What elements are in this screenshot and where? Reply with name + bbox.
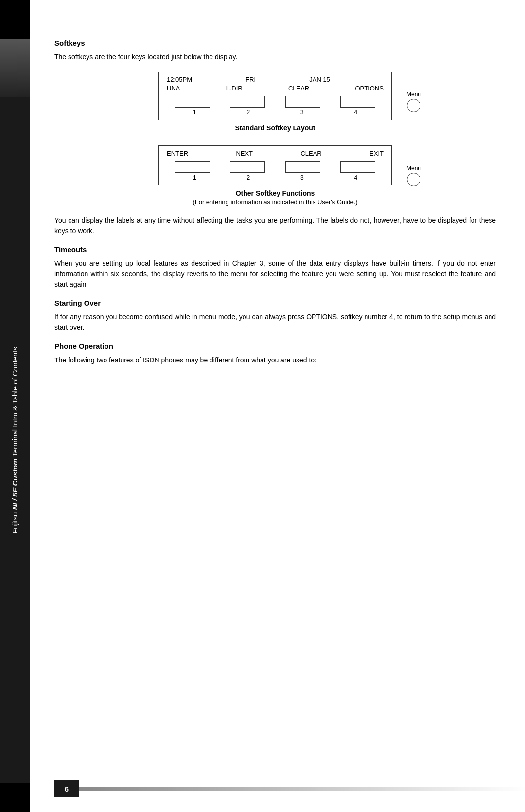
standard-display-box: 12:05PM FRI JAN 15 UNA L-DIR CLEAR OPTIO… xyxy=(158,72,392,120)
spine-text-wrapper: Fujitsu NI / 5E Custom Terminal Intro & … xyxy=(10,97,20,783)
spine-gradient xyxy=(0,39,30,97)
other-softkey-btn-1 xyxy=(175,161,210,173)
num-2: 2 xyxy=(231,109,266,116)
timeouts-body: When you are setting up local features a… xyxy=(54,258,496,290)
other-softkey-btn-3 xyxy=(285,161,320,173)
spine: Fujitsu NI / 5E Custom Terminal Intro & … xyxy=(0,0,30,812)
key1-label: UNA xyxy=(167,85,180,92)
phone-operation-body: The following two features of ISDN phone… xyxy=(54,355,496,366)
key3-label: CLEAR xyxy=(288,85,309,92)
other-subcaption: (For entering information as indicated i… xyxy=(158,198,392,206)
date-label: JAN 15 xyxy=(309,76,330,83)
softkeys-intro: The softkeys are the four keys located j… xyxy=(54,52,496,63)
softkey-btn-3 xyxy=(285,96,320,108)
softkey-buttons-row xyxy=(167,96,384,108)
page-footer: 6 xyxy=(30,780,525,797)
phone-operation-section: Phone Operation The following two featur… xyxy=(54,342,496,366)
footer-bar xyxy=(79,787,525,791)
other-caption: Other Softkey Functions xyxy=(158,189,392,197)
num-3: 3 xyxy=(284,109,319,116)
softkey-btn-1 xyxy=(175,96,210,108)
other-softkey-btn-2 xyxy=(230,161,265,173)
time-label: 12:05PM xyxy=(167,76,192,83)
softkeys-body: You can display the labels at any time w… xyxy=(54,216,496,236)
model-name: NI / 5E Custom xyxy=(11,458,19,510)
num-4: 4 xyxy=(338,109,373,116)
other-softkey-num-row: 1 2 3 4 xyxy=(167,174,384,181)
timeouts-section: Timeouts When you are setting up local f… xyxy=(54,245,496,290)
softkey-btn-2 xyxy=(230,96,265,108)
brand-name: Fujitsu xyxy=(11,510,19,533)
next-label: NEXT xyxy=(236,150,253,157)
clear-label: CLEAR xyxy=(300,150,321,157)
other-display-row1: ENTER NEXT CLEAR EXIT xyxy=(167,150,384,157)
other-menu-label: Menu xyxy=(406,165,421,172)
standard-menu-circle xyxy=(407,99,420,112)
starting-over-heading: Starting Over xyxy=(54,299,496,307)
spine-bottom xyxy=(0,783,30,812)
softkey-btn-4 xyxy=(340,96,375,108)
starting-over-section: Starting Over If for any reason you beco… xyxy=(54,299,496,333)
spine-top-block xyxy=(0,0,30,39)
standard-menu-area: Menu xyxy=(406,91,421,112)
standard-diagram: 12:05PM FRI JAN 15 UNA L-DIR CLEAR OPTIO… xyxy=(158,72,392,132)
softkeys-heading: Softkeys xyxy=(54,39,496,47)
display-row1: 12:05PM FRI JAN 15 xyxy=(167,76,384,83)
phone-operation-heading: Phone Operation xyxy=(54,342,496,350)
enter-label: ENTER xyxy=(167,150,188,157)
other-num-1: 1 xyxy=(177,174,212,181)
other-menu-circle xyxy=(407,173,420,186)
standard-menu-label: Menu xyxy=(406,91,421,98)
softkeys-section: Softkeys The softkeys are the four keys … xyxy=(54,39,496,236)
page-number: 6 xyxy=(54,780,79,797)
num-1: 1 xyxy=(177,109,212,116)
standard-caption: Standard Softkey Layout xyxy=(158,124,392,132)
starting-over-body: If for any reason you become confused wh… xyxy=(54,312,496,333)
other-diagram: ENTER NEXT CLEAR EXIT 1 2 3 4 xyxy=(158,145,392,206)
timeouts-heading: Timeouts xyxy=(54,245,496,253)
other-display-box: ENTER NEXT CLEAR EXIT 1 2 3 4 xyxy=(158,145,392,185)
other-num-4: 4 xyxy=(338,174,373,181)
key4-label: OPTIONS xyxy=(355,85,384,92)
other-num-3: 3 xyxy=(284,174,319,181)
display-row2: UNA L-DIR CLEAR OPTIONS xyxy=(167,85,384,92)
other-num-2: 2 xyxy=(231,174,266,181)
other-softkey-buttons-row xyxy=(167,161,384,173)
other-softkey-btn-4 xyxy=(340,161,375,173)
main-content: Softkeys The softkeys are the four keys … xyxy=(30,0,525,812)
other-menu-area: Menu xyxy=(406,165,421,186)
key2-label: L-DIR xyxy=(226,85,243,92)
day-label: FRI xyxy=(245,76,256,83)
spine-label: Fujitsu NI / 5E Custom Terminal Intro & … xyxy=(10,347,20,534)
subtitle: Terminal Intro & Table of Contents xyxy=(11,347,19,459)
softkey-num-row: 1 2 3 4 xyxy=(167,109,384,116)
exit-label: EXIT xyxy=(369,150,384,157)
